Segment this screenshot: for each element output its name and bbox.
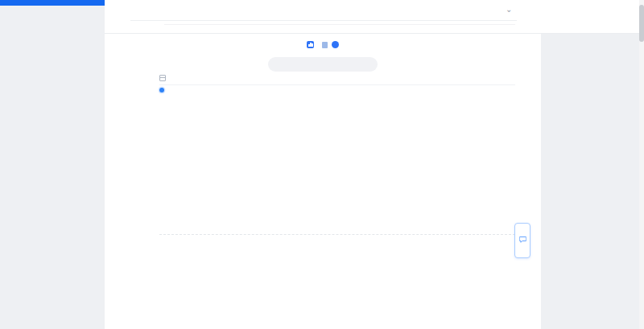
kpi-card-row [159, 113, 515, 143]
view-toggle [268, 57, 378, 72]
indicator-dot-icon [159, 88, 164, 93]
section-divider [159, 234, 515, 235]
document-icon [322, 42, 328, 48]
scrollbar-track[interactable] [639, 0, 644, 329]
chevron-down-icon[interactable]: ⌄ [506, 5, 512, 14]
bar-chart-icon [307, 41, 314, 48]
filter-bar [159, 72, 515, 85]
nav-divider [130, 20, 517, 21]
data-card-side-button[interactable] [514, 223, 530, 258]
dashboard-card [105, 34, 541, 329]
remnant-gridline [164, 24, 515, 25]
vat-line-chart [364, 249, 514, 299]
chat-bubble-icon [519, 236, 526, 243]
top-nav-bar: ⌄ [105, 0, 639, 34]
invoice-tax-chart [159, 252, 324, 306]
page-title-row [105, 41, 541, 48]
invoice-amount-chart [159, 161, 515, 216]
help-icon[interactable] [332, 41, 339, 48]
scrollbar-thumb[interactable] [639, 5, 644, 42]
calendar-icon [159, 75, 166, 81]
date-filter-label [159, 75, 168, 81]
summary-kpi-label [159, 88, 167, 93]
app-window: ⌄ [0, 0, 644, 329]
